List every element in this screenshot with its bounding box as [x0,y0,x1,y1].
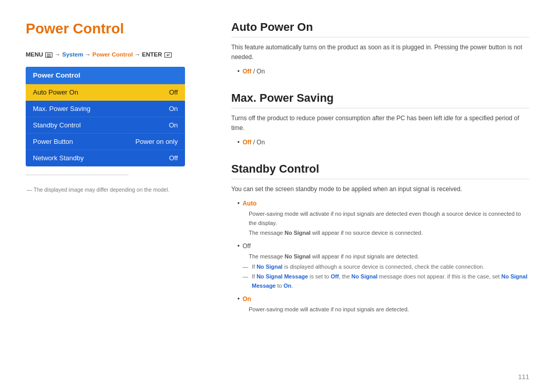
menu-item-power-button[interactable]: Power Button Power on only [26,134,185,150]
menu-path: MENU → System → Power Control → ENTER ↵ [26,51,200,58]
no-signal-message-inline-1: No Signal Message [256,273,308,279]
menu-item-value: Power on only [136,138,178,145]
separator: / On [253,68,265,75]
no-signal-bold-1: No Signal [285,230,311,236]
section-title-standby-control: Standby Control [231,162,529,179]
standby-bullet-auto: Auto Power-saving mode will activate if … [237,198,529,238]
menu-item-label: Max. Power Saving [33,105,90,113]
auto-note-1: Power-saving mode will activate if no in… [243,210,529,228]
auto-power-on-bullets: Off / On [231,66,529,77]
section-desc-auto-power-on: This feature automatically turns on the … [231,43,529,62]
on-note-1: Power-saving mode will activate if no in… [243,305,529,314]
menu-item-value: On [169,121,178,129]
off-dash-note-1: If No Signal is displayed although a sou… [243,263,529,272]
enter-icon: ↵ [164,52,172,58]
right-panel: Auto Power On This feature automatically… [221,21,529,371]
off-label: Off [243,68,251,75]
page-title: Power Control [26,21,200,37]
divider [26,175,128,175]
bullet-off-on: Off / On [237,66,529,77]
menu-item-max-power-saving[interactable]: Max. Power Saving On [26,101,185,117]
page-number: 111 [518,373,529,381]
section-title-max-power-saving: Max. Power Saving [231,91,529,108]
menu-item-value: Off [169,154,178,162]
disclaimer: The displayed image may differ depending… [26,186,200,193]
menu-box-title: Power Control [26,67,185,84]
menu-item-label: Auto Power On [33,88,78,96]
on-inline: On [284,283,291,289]
section-title-auto-power-on: Auto Power On [231,21,529,38]
menu-item-network-standby[interactable]: Network Standby Off [26,150,185,166]
standby-bullet-off: Off The message No Signal will appear if… [237,241,529,291]
section-desc-max-power-saving: Turns off the product to reduce power co… [231,114,529,133]
off-inline: Off [330,273,339,279]
no-signal-inline-1: No Signal [256,264,283,270]
off-label-standby: Off [243,242,251,250]
off-label-2: Off [243,139,251,146]
separator-2: / On [253,139,265,146]
left-panel: Power Control MENU → System → Power Cont… [26,21,221,371]
off-note-1: The message No Signal will appear if no … [243,252,529,262]
no-signal-bold-2: No Signal [285,253,311,259]
menu-power-control: Power Control [92,51,133,58]
standby-bullet-on: On Power-saving mode will activate if no… [237,294,529,314]
menu-item-label: Power Button [33,138,73,145]
menu-item-value: Off [169,88,178,96]
standby-control-bullets: Auto Power-saving mode will activate if … [231,198,529,314]
bullet-off-on-2: Off / On [237,137,529,147]
section-desc-standby-control: You can set the screen standby mode to b… [231,184,529,194]
menu-item-label: Network Standby [33,154,84,162]
no-signal-inline-2: No Signal [351,273,378,279]
menu-item-label: Standby Control [33,121,81,129]
section-max-power-saving: Max. Power Saving Turns off the product … [231,91,529,148]
max-power-saving-bullets: Off / On [231,137,529,147]
menu-prefix: MENU [26,51,43,58]
menu-box: Power Control Auto Power On Off Max. Pow… [26,67,185,166]
menu-system: System [62,51,83,58]
menu-item-value: On [169,105,178,113]
section-standby-control: Standby Control You can set the screen s… [231,162,529,314]
on-label: On [243,295,251,303]
section-auto-power-on: Auto Power On This feature automatically… [231,21,529,77]
menu-item-auto-power-on[interactable]: Auto Power On Off [26,84,185,101]
auto-note-2: The message No Signal will appear if no … [243,229,529,238]
off-dash-note-2: If No Signal Message is set to Off, the … [243,272,529,290]
auto-label: Auto [243,200,256,207]
menu-item-standby-control[interactable]: Standby Control On [26,117,185,134]
menu-icon [45,52,52,58]
